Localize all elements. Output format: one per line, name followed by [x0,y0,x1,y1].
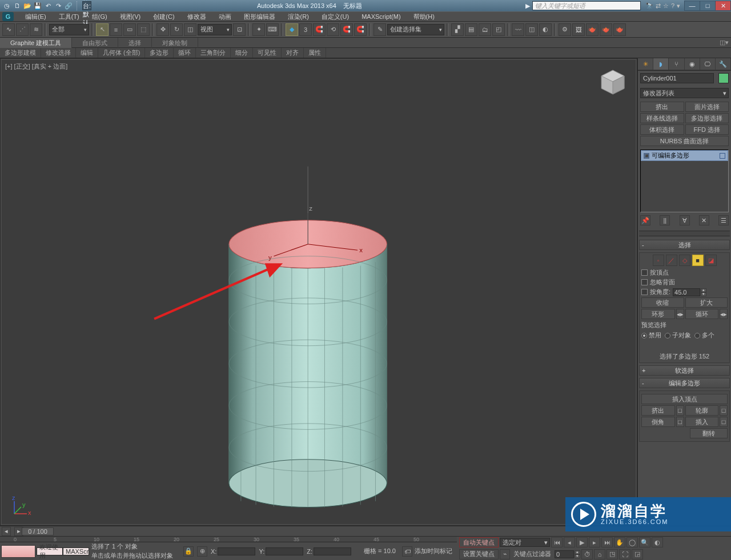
menu-render[interactable]: 渲染(R) [282,12,315,21]
stack-remove-icon[interactable]: ✕ [699,215,709,225]
subsel-edge-icon[interactable]: ／ [666,255,677,266]
goto-end-icon[interactable]: ⏭ [601,537,613,547]
rollout-selection-header[interactable]: -选择 [639,240,730,250]
mod-btn-nurbs-sel[interactable]: NURBS 曲面选择 [640,136,729,146]
cmd-hierarchy-icon[interactable]: ⑂ [668,58,684,70]
spinner-snap-icon[interactable]: ⟲ [327,23,339,36]
pivot-icon[interactable]: ⊡ [233,23,246,36]
btn-insert-vertex[interactable]: 插入顶点 [641,394,728,404]
ribbon-tab-selection[interactable]: 选择 [118,38,152,48]
sub-loop[interactable]: 循环 [174,48,196,58]
snap-toggle-icon[interactable]: ◆ [286,23,298,36]
btn-outline-opt[interactable]: □ [720,405,728,416]
render-iter-icon[interactable]: 🫖 [613,23,626,36]
mod-btn-patch-sel[interactable]: 面片选择 [685,102,729,112]
subsel-element-icon[interactable]: ◪ [705,255,717,266]
modifier-list-combo[interactable]: 修改器列表 [640,88,729,98]
ribbon-collapse-icon[interactable]: ◫▾ [717,38,731,47]
help-search-input[interactable]: 键入关键字或短语 [532,1,641,10]
stack-expand-icon[interactable]: ◾ [644,153,649,159]
setkey-button[interactable]: 设置关键点 [459,549,499,559]
manipulate-icon[interactable]: ✦ [252,23,265,36]
close-button[interactable]: ✕ [715,1,731,11]
window-crossing-icon[interactable]: ⬚ [137,23,150,36]
menu-animation[interactable]: 动画 [213,12,237,21]
menu-create[interactable]: 创建(C) [147,12,180,21]
viewcube-gizmo[interactable] [597,67,629,99]
qat-grip[interactable] [77,1,79,10]
material-editor-icon[interactable]: ◐ [539,23,552,36]
angle-input[interactable] [673,288,700,296]
stack-pin-icon[interactable]: 📌 [640,215,650,225]
lock-icon[interactable]: 🔒 [183,546,194,557]
current-frame-input[interactable] [555,550,574,558]
sel-filter-combo[interactable]: 选定对 [500,538,550,547]
mod-btn-spline-sel[interactable]: 样条线选择 [640,113,684,123]
btn-ring-spin[interactable]: ◂▸ [676,309,684,319]
btn-bevel[interactable]: 倒角 [641,417,675,427]
bind-icon[interactable]: ≋ [30,23,42,36]
ribbon-tab-freeform[interactable]: 自由形式 [72,38,118,48]
named-sel-combo[interactable]: 创建选择集 [387,24,444,35]
angle-snap-icon[interactable]: 3 [299,23,312,36]
btn-loop-spin[interactable]: ◂▸ [720,309,728,319]
sub-modify-sel[interactable]: 修改选择 [41,48,76,58]
menu-group[interactable]: 组(G) [86,12,113,21]
snap-5-icon[interactable]: 🧲 [354,23,367,36]
time-slider[interactable]: 0 / 100 [22,527,54,535]
help-icon[interactable]: ? [671,2,674,9]
menu-maxscript[interactable]: MAXScript(M) [356,12,406,21]
nav-max-icon[interactable]: ⛶ [619,549,630,559]
mirror-icon[interactable]: ▞ [451,23,464,36]
chk-ignore-back[interactable] [641,279,648,285]
minimize-button[interactable]: — [684,1,700,11]
exchange-icon[interactable]: ⇄ [656,2,661,10]
stack-show-icon[interactable]: || [660,215,670,225]
autokey-button[interactable]: 自动关键点 [459,537,499,547]
cmd-display-icon[interactable]: 🖵 [700,58,716,70]
cmd-create-icon[interactable]: ✳ [637,58,653,70]
abs-rel-icon[interactable]: ⊕ [197,546,207,557]
sub-props[interactable]: 属性 [304,48,326,58]
cmd-utility-icon[interactable]: 🔧 [715,58,731,70]
selection-filter-combo[interactable]: 全部 [49,24,89,35]
sub-polymodel[interactable]: 多边形建模 [0,48,41,58]
select-rect-icon[interactable]: ▭ [123,23,136,36]
prev-frame-icon[interactable]: ◂ [564,537,575,547]
menu-edit[interactable]: 编辑(E) [19,12,52,21]
workspace-combo[interactable]: 工作台: 默认 [82,1,91,10]
keyfilter-label[interactable]: 关键点过滤器 [511,550,553,558]
sub-poly[interactable]: 多边形 [145,48,174,58]
subsel-polygon-icon[interactable]: ■ [692,255,704,266]
btn-inset[interactable]: 插入 [685,417,719,427]
time-config-icon[interactable]: ⏱ [581,549,593,559]
sub-vis[interactable]: 可见性 [253,48,282,58]
frame-down[interactable]: ▾ [575,554,580,558]
angle-down[interactable]: ▾ [701,292,706,296]
dropdown-icon[interactable]: ▾ [677,2,680,10]
binoculars-icon[interactable]: 🔭 [645,2,653,10]
btn-grow[interactable]: 扩大 [685,297,728,308]
menu-help[interactable]: 帮助(H) [408,12,440,21]
subsel-vertex-icon[interactable]: ◦ [653,255,664,266]
nav-fov-icon[interactable]: ◐ [652,537,663,547]
menu-tools[interactable]: 工具(T) [53,12,85,21]
rotate-icon[interactable]: ↻ [170,23,183,36]
app-icon[interactable]: ◷ [2,1,11,10]
undo-icon[interactable]: ↶ [43,1,53,10]
scale-icon[interactable]: ◫ [184,23,196,36]
btn-loop[interactable]: 循环 [685,309,719,319]
stack-vis-icon[interactable] [720,153,725,159]
ref-coord-combo[interactable]: 视图 [198,24,232,35]
chk-by-vertex[interactable] [641,269,648,276]
select-object-icon[interactable]: ↖ [96,23,109,36]
play-icon[interactable]: ▶ [576,537,588,547]
layers-icon[interactable]: 🗂 [479,23,491,36]
redo-icon[interactable]: ↷ [54,1,63,10]
btn-flip[interactable]: 翻转 [690,428,728,438]
mod-btn-vol-sel[interactable]: 体积选择 [640,124,684,135]
sub-edit[interactable]: 编辑 [76,48,98,58]
mod-btn-poly-sel[interactable]: 多边形选择 [685,113,729,123]
radio-preview-sub[interactable]: 子对象 [665,331,691,340]
nav-arc-icon[interactable]: ◯ [626,537,638,547]
